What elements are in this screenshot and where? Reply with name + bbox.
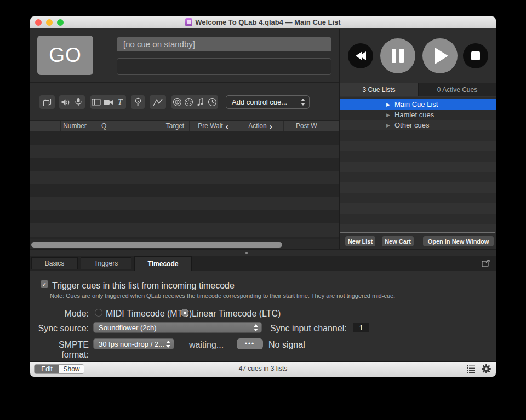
clock-icon: [207, 97, 218, 107]
disclosure-triangle-icon[interactable]: ▶: [386, 102, 390, 107]
column-status[interactable]: [30, 121, 61, 131]
add-control-cue-label: Add control cue...: [232, 98, 287, 106]
zoom-window-button[interactable]: [57, 19, 64, 26]
mode-mtc-radio[interactable]: [95, 309, 102, 317]
cue-count-summary: 47 cues in 3 lists: [30, 365, 496, 372]
timecode-detail-button[interactable]: •••: [237, 338, 263, 349]
add-video-cue-group[interactable]: T: [90, 95, 126, 109]
cue-list-item-hamlet[interactable]: ▶ Hamlet cues: [340, 110, 496, 120]
pane-splitter[interactable]: [30, 249, 496, 256]
rewind-icon: [356, 51, 366, 60]
tab-cue-lists[interactable]: 3 Cue Lists: [340, 83, 419, 96]
column-number[interactable]: Number: [61, 121, 89, 131]
sync-channel-label: Sync input channel:: [270, 324, 347, 333]
mode-ltc-radio[interactable]: [181, 309, 188, 317]
window-titlebar[interactable]: Welcome To QLab 4.qlab4 — Main Cue List: [30, 16, 496, 28]
add-fade-cue-button[interactable]: [150, 95, 166, 109]
tab-timecode[interactable]: Timecode: [134, 256, 192, 271]
light-icon: [132, 97, 145, 107]
pause-icon: [392, 49, 404, 63]
pause-button[interactable]: [380, 38, 415, 73]
audio-icon: [59, 97, 72, 107]
edit-show-toggle: Edit Show: [34, 364, 84, 374]
cue-notes-field[interactable]: [117, 58, 331, 75]
mic-icon: [72, 97, 85, 107]
group-icon: [41, 97, 54, 107]
chevron-left-icon[interactable]: ‹: [226, 122, 228, 130]
chevron-right-icon[interactable]: ›: [270, 122, 272, 130]
sync-source-label: Sync source:: [30, 324, 89, 333]
cue-lists-tabbar: 3 Cue Lists 0 Active Cues: [340, 83, 496, 96]
waiting-status: waiting...: [189, 340, 224, 350]
mode-mtc-label[interactable]: MIDI Timecode (MTC): [106, 309, 192, 319]
cue-list-item-other[interactable]: ▶ Other cues: [340, 120, 496, 130]
smpte-format-value: 30 fps non-drop / 2...: [99, 340, 164, 348]
cue-lists-list: ▶ Main Cue List ▶ Hamlet cues ▶ Other cu…: [340, 96, 496, 233]
window-title: Welcome To QLab 4.qlab4 — Main Cue List: [195, 18, 340, 26]
stepper-icon: [254, 324, 258, 331]
video-icon: [90, 97, 102, 107]
settings-gear-icon[interactable]: [481, 364, 491, 374]
column-action[interactable]: Action ›: [237, 121, 284, 131]
no-signal-status: No signal: [268, 340, 305, 350]
qlab-window: Welcome To QLab 4.qlab4 — Main Cue List …: [30, 16, 496, 377]
new-list-button[interactable]: New List: [345, 236, 375, 246]
play-icon: [435, 48, 448, 64]
add-group-cue-button[interactable]: [39, 95, 55, 109]
header-divider: [107, 33, 107, 79]
sync-channel-field[interactable]: 1: [353, 323, 369, 332]
timecode-note: Note: Cues are only triggered when QLab …: [50, 292, 395, 299]
minimize-window-button[interactable]: [46, 19, 53, 26]
tab-basics[interactable]: Basics: [31, 257, 78, 269]
fade-icon: [151, 97, 164, 107]
header-bottom-divider: [30, 82, 339, 83]
standby-cue-display: [no cue on standby]: [117, 37, 331, 51]
mode-label: Mode:: [30, 309, 89, 319]
tab-triggers[interactable]: Triggers: [81, 257, 132, 269]
open-in-new-window-button[interactable]: Open in New Window: [423, 236, 494, 246]
column-post-wait[interactable]: Post W: [284, 121, 339, 131]
smpte-format-dropdown[interactable]: 30 fps non-drop / 2...: [93, 338, 174, 349]
go-button[interactable]: GO: [37, 36, 93, 75]
desktop-background: Welcome To QLab 4.qlab4 — Main Cue List …: [0, 0, 526, 420]
rewind-button[interactable]: [348, 43, 373, 68]
music-note-icon: [195, 97, 207, 107]
disclosure-triangle-icon[interactable]: ▶: [386, 112, 390, 118]
tab-active-cues[interactable]: 0 Active Cues: [419, 83, 496, 96]
stepper-icon: [166, 341, 170, 348]
camera-icon: [102, 97, 115, 107]
target-icon: [171, 97, 183, 107]
play-button[interactable]: [422, 38, 458, 73]
add-control-cue-dropdown[interactable]: Add control cue...: [226, 95, 310, 109]
popout-inspector-icon[interactable]: [481, 259, 491, 268]
add-control-cue-group[interactable]: [171, 95, 218, 109]
stop-icon: [471, 51, 480, 60]
column-pre-wait[interactable]: Pre Wait ‹: [190, 121, 237, 131]
edit-mode-button[interactable]: Edit: [35, 365, 59, 373]
list-view-icon[interactable]: [466, 364, 476, 374]
add-audio-cue-group[interactable]: [59, 95, 85, 109]
disclosure-triangle-icon[interactable]: ▶: [386, 123, 390, 128]
traffic-lights: [35, 16, 64, 28]
cue-list-item-main[interactable]: ▶ Main Cue List: [340, 99, 496, 110]
column-target[interactable]: Target: [161, 121, 190, 131]
trigger-timecode-checkbox[interactable]: ✓: [41, 280, 48, 288]
show-mode-button[interactable]: Show: [59, 365, 84, 373]
column-q[interactable]: Q: [89, 121, 161, 131]
cue-table-header: Number Q Target Pre Wait ‹ Action › Post…: [30, 120, 339, 131]
midi-icon: [183, 97, 195, 107]
new-cart-button[interactable]: New Cart: [382, 236, 414, 246]
cue-table-body[interactable]: [30, 131, 339, 239]
sync-source-dropdown[interactable]: Soundflower (2ch): [93, 322, 262, 333]
text-icon: T: [114, 97, 126, 107]
add-light-cue-button[interactable]: [131, 95, 145, 109]
stop-button[interactable]: [463, 43, 488, 68]
splitter-handle[interactable]: [245, 252, 248, 254]
sync-source-value: Soundflower (2ch): [99, 324, 157, 332]
mode-ltc-label[interactable]: Linear Timecode (LTC): [192, 309, 281, 319]
document-icon: [185, 18, 192, 26]
stepper-icon: [301, 99, 305, 106]
smpte-format-label: SMPTE format:: [30, 340, 89, 360]
horizontal-scrollbar-thumb[interactable]: [31, 242, 282, 248]
close-window-button[interactable]: [35, 19, 42, 26]
